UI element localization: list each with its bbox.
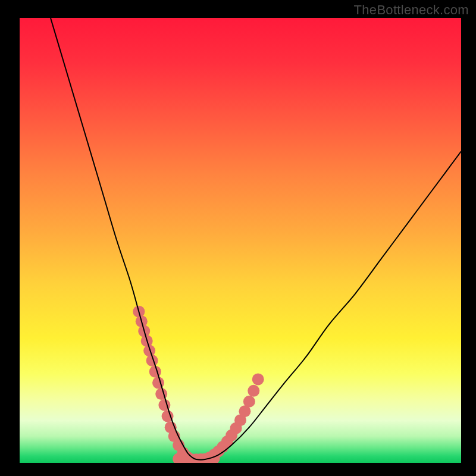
marker-dot [149, 366, 161, 378]
marker-dot [243, 396, 255, 408]
chart-stage: TheBottleneck.com [0, 0, 476, 476]
bottleneck-chart [0, 0, 476, 476]
marker-dot [248, 385, 259, 397]
marker-dot [152, 377, 164, 389]
marker-dot [252, 373, 264, 385]
watermark-text: TheBottleneck.com [354, 2, 469, 18]
